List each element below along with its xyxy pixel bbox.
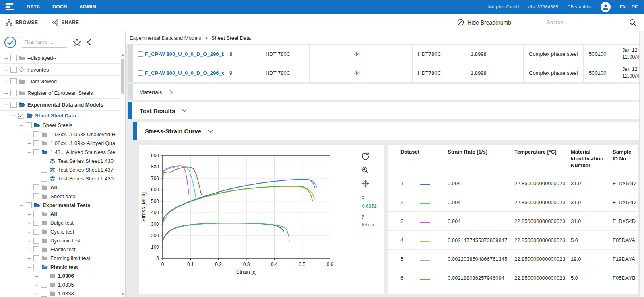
scroll-up-icon[interactable]: ▲ (120, 53, 125, 57)
tree-item[interactable]: −✓Sheet Steel Data (0, 111, 120, 120)
tree-item-label[interactable]: Test Series Sheet:1.437 (58, 167, 114, 173)
row-checkbox[interactable] (138, 51, 143, 57)
select-all-icon[interactable] (4, 36, 17, 49)
tree-item[interactable]: −Plastic test (0, 262, 120, 271)
tree-item[interactable]: +Forming limit test (0, 254, 120, 262)
tree-checkbox[interactable] (33, 220, 39, 226)
expander-icon[interactable]: + (26, 131, 32, 138)
expander-icon[interactable]: + (26, 184, 32, 191)
expander-icon[interactable]: + (3, 78, 9, 85)
expander-icon[interactable]: + (26, 228, 32, 235)
tree-item[interactable]: +1.03xx...1.05xx Unalloyed Hi (0, 130, 120, 139)
tree-checkbox[interactable] (41, 291, 47, 297)
tree-item[interactable]: Test Series Sheet:1.430 (0, 174, 120, 183)
tree-item[interactable]: +Cyclic test (0, 227, 120, 236)
zoom-in-icon[interactable] (361, 163, 369, 177)
tree-item-label[interactable]: Bulge test (50, 220, 74, 226)
lang-en[interactable]: EN (619, 4, 625, 9)
nav-item-docs[interactable]: DOCS (52, 4, 67, 10)
tree-item[interactable]: −Experimental Tests (0, 201, 120, 209)
expander-icon[interactable]: − (11, 112, 17, 119)
tree-item[interactable]: +All (0, 183, 120, 192)
dataset-row[interactable]: 10.00422.85000000000002331.0F_DX54D_Z_0 (388, 174, 638, 193)
tree-item[interactable]: −1.43... Alloyed Stainless Ste (0, 147, 120, 156)
scrollbar-thumb[interactable] (121, 59, 124, 94)
tree-checkbox[interactable] (41, 176, 47, 182)
tree-item-label[interactable]: --displayed-- (27, 55, 56, 61)
tree-checkbox[interactable] (33, 149, 39, 155)
user-avatar-icon[interactable] (601, 2, 611, 12)
tree-item-label[interactable]: 1.03xx...1.05xx Unalloyed Hi (50, 131, 117, 137)
tree-item-label[interactable]: Sheet Steels (43, 122, 72, 128)
tree-item-label[interactable]: 1.43... Alloyed Stainless Ste (50, 149, 115, 155)
tree-item[interactable]: +--displayed-- (0, 52, 120, 64)
page-scrollbar[interactable] (639, 31, 644, 297)
tree-checkbox[interactable] (41, 282, 47, 288)
row-checkbox[interactable] (138, 70, 143, 76)
tree-item[interactable]: −Sheet Steels (0, 120, 120, 130)
tree-checkbox[interactable] (26, 202, 32, 208)
tree-checkbox[interactable] (33, 140, 39, 146)
tree-item[interactable]: +Dynamic test (0, 236, 120, 245)
tree-checkbox[interactable] (33, 193, 39, 199)
tree-checkbox[interactable]: ✓ (18, 113, 24, 119)
tree-item[interactable]: Test Series Sheet:1.437 (0, 165, 120, 174)
expander-icon[interactable]: + (26, 193, 32, 200)
tree-item-label[interactable]: 1.08xx...1.09xx Alloyed Qua (50, 140, 115, 146)
lang-de[interactable]: DE (632, 4, 638, 9)
tree-checkbox[interactable] (33, 264, 39, 270)
tree-item[interactable]: +All (0, 209, 120, 218)
browse-button[interactable]: BROWSE (6, 19, 38, 26)
tree-item-label[interactable]: All (50, 184, 57, 190)
tree-checkbox[interactable] (10, 67, 17, 73)
tree-item-label[interactable]: Plastic test (50, 264, 78, 270)
tree-checkbox[interactable] (33, 246, 39, 252)
tree-item[interactable]: +Register of European Steels (0, 87, 120, 99)
pan-icon[interactable] (361, 177, 370, 190)
expander-icon[interactable]: − (3, 101, 9, 108)
dataset-row[interactable]: 50.002203850486676134522.850000000000023… (388, 250, 638, 268)
tree-item-label[interactable]: All (50, 211, 57, 217)
tree-item[interactable]: +1.0338 (0, 289, 120, 297)
tree-item-label[interactable]: Experimental Tests (43, 202, 90, 208)
nav-item-admin[interactable]: ADMIN (79, 4, 96, 10)
tree-checkbox[interactable] (10, 102, 17, 108)
tree-item-label[interactable]: Favorites (27, 67, 49, 73)
tree-checkbox[interactable] (26, 122, 32, 128)
tree-item[interactable]: +1.0306 (0, 271, 120, 280)
tree-item-label[interactable]: Elastic test (50, 246, 76, 252)
tree-item-label[interactable]: Experimental Data and Models (27, 102, 103, 108)
app-logo[interactable] (6, 3, 16, 10)
dataset-row[interactable]: 60.00218803625794609422.8500000000000235… (388, 268, 638, 287)
search-input[interactable] (546, 18, 610, 27)
tree-checkbox[interactable] (41, 167, 47, 173)
tree-checkbox[interactable] (10, 78, 17, 84)
tree-item[interactable]: +Bulge test (0, 218, 120, 227)
tree-item-label[interactable]: Forming limit test (50, 255, 90, 261)
tree-checkbox[interactable] (10, 90, 17, 96)
breadcrumb-parent[interactable]: Experimental Data and Models (130, 35, 201, 41)
tree-item-label[interactable]: 1.0338 (58, 291, 74, 297)
filter-input[interactable] (21, 37, 68, 48)
expander-icon[interactable]: + (26, 246, 32, 253)
scroll-down-icon[interactable]: ▼ (120, 293, 125, 296)
tree-checkbox[interactable] (33, 229, 39, 235)
expander-icon[interactable]: + (34, 272, 40, 279)
tree-checkbox[interactable] (10, 55, 17, 61)
search-icon[interactable] (629, 18, 637, 27)
tree-checkbox[interactable] (33, 255, 39, 261)
tree-item-label[interactable]: --last viewed-- (27, 78, 60, 84)
expander-icon[interactable]: − (26, 149, 32, 156)
section-stress-strain[interactable]: Stress-Strain Curve (137, 122, 639, 140)
dataset-row[interactable]: 30.00422.85000000000002331.0F_DX54D_Z_0 (388, 212, 638, 231)
expander-icon[interactable]: + (26, 211, 32, 217)
tree-checkbox[interactable] (33, 184, 39, 190)
expander-icon[interactable]: + (3, 90, 9, 96)
tree-checkbox[interactable] (41, 158, 47, 164)
tree-checkbox[interactable] (41, 273, 47, 279)
tree-item[interactable]: +Sheet data (0, 192, 120, 201)
tree-checkbox[interactable] (33, 211, 39, 217)
tree-item[interactable]: −Experimental Data and Models (0, 99, 120, 111)
expander-icon[interactable]: + (26, 255, 32, 262)
section-test-results[interactable]: Test Results (132, 102, 639, 119)
